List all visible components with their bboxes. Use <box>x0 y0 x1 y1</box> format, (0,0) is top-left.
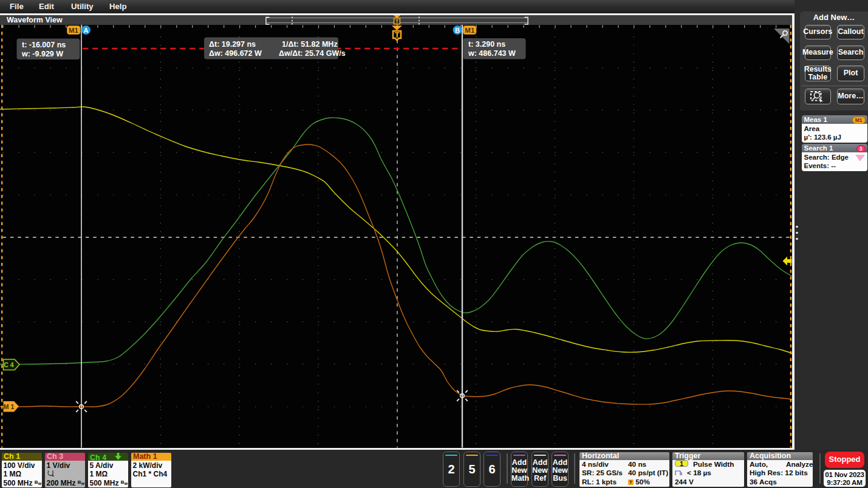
svg-text:w: -9.929 W: w: -9.929 W <box>21 50 63 58</box>
svg-text:B: B <box>455 27 460 34</box>
svg-text:M1: M1 <box>465 27 475 34</box>
svg-text:t: -16.007 ns: t: -16.007 ns <box>22 41 66 49</box>
svg-text:T: T <box>395 31 400 39</box>
svg-text:Δw/Δt: 25.74 GW/s: Δw/Δt: 25.74 GW/s <box>279 49 346 58</box>
svg-text:M1: M1 <box>69 27 79 34</box>
svg-text:C 4: C 4 <box>4 361 14 368</box>
svg-text:1/Δt: 51.82 MHz: 1/Δt: 51.82 MHz <box>282 40 338 49</box>
svg-text:T: T <box>395 18 399 24</box>
svg-text:w: 486.743 W: w: 486.743 W <box>468 49 516 58</box>
svg-text:A: A <box>84 27 89 34</box>
svg-text:Δt: 19.297 ns: Δt: 19.297 ns <box>209 40 256 49</box>
svg-text:M 1: M 1 <box>4 403 15 410</box>
svg-text:Δw: 496.672 W: Δw: 496.672 W <box>209 49 262 58</box>
svg-text:t: 3.290 ns: t: 3.290 ns <box>468 40 505 49</box>
